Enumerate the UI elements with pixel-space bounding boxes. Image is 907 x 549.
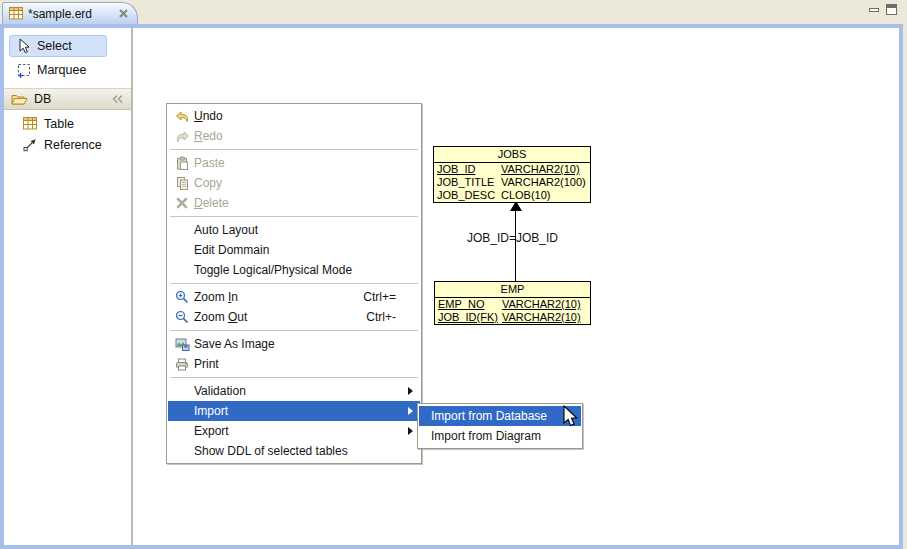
palette-tool-label: Marquee xyxy=(37,63,86,77)
menu-item-auto-layout[interactable]: Auto Layout xyxy=(168,220,420,240)
menu-item-label: Zoom In xyxy=(194,290,238,304)
menu-separator xyxy=(170,283,418,284)
menu-item-label: Redo xyxy=(194,129,223,143)
palette-item-reference[interactable]: Reference xyxy=(4,134,131,155)
palette-tool-label: Select xyxy=(37,39,72,53)
column-name: JOB_ID xyxy=(437,163,501,176)
menu-item-shortcut: Ctrl+- xyxy=(366,310,418,324)
diagram-canvas[interactable]: JOB_ID=JOB_ID JOBSJOB_IDVARCHAR2(10)JOB_… xyxy=(133,28,899,545)
erd-editor-window: *sample.erd SelectMarquee DB TableRefere… xyxy=(0,0,907,549)
undo-icon xyxy=(170,110,194,123)
submenu-arrow-icon xyxy=(408,427,413,435)
menu-item-validation[interactable]: Validation xyxy=(168,381,420,401)
palette-drawer-db[interactable]: DB xyxy=(4,88,131,110)
menu-item-shortcut: Ctrl+= xyxy=(363,290,418,304)
column-name: JOB_TITLE xyxy=(437,176,501,189)
menu-item-paste[interactable]: Paste xyxy=(168,153,420,173)
entity-column-job-desc: JOB_DESCCLOB(10) xyxy=(434,189,590,202)
column-type: VARCHAR2(10) xyxy=(502,311,581,324)
column-type: VARCHAR2(100) xyxy=(501,176,586,189)
paste-icon xyxy=(170,156,194,170)
menu-item-delete[interactable]: Delete xyxy=(168,193,420,213)
menu-item-label: Toggle Logical/Physical Mode xyxy=(194,263,352,277)
print-icon xyxy=(170,358,194,371)
menu-item-label: Save As Image xyxy=(194,337,275,351)
entity-column-emp-no: EMP_NOVARCHAR2(10) xyxy=(435,298,590,311)
palette-tool-select[interactable]: Select xyxy=(9,35,107,57)
menu-item-toggle-logical-physical-mode[interactable]: Toggle Logical/Physical Mode xyxy=(168,260,420,280)
menu-item-undo[interactable]: Undo xyxy=(168,106,420,126)
palette-item-table[interactable]: Table xyxy=(4,113,131,134)
column-type: CLOB(10) xyxy=(501,189,551,202)
select-cursor-icon xyxy=(16,38,31,54)
menu-item-label: Auto Layout xyxy=(194,223,258,237)
view-controls xyxy=(868,3,898,16)
editor-frame: SelectMarquee DB TableReference JOB_ID=J… xyxy=(0,24,903,549)
submenu-item-import-from-database[interactable]: Import from Database xyxy=(419,406,581,426)
entity-column-job-title: JOB_TITLEVARCHAR2(100) xyxy=(434,176,590,189)
editor-tab-bar: *sample.erd xyxy=(0,0,907,24)
menu-item-export[interactable]: Export xyxy=(168,421,420,441)
entity-name: JOBS xyxy=(434,147,590,163)
entity-table-jobs[interactable]: JOBSJOB_IDVARCHAR2(10)JOB_TITLEVARCHAR2(… xyxy=(433,146,591,203)
column-type: VARCHAR2(10) xyxy=(502,298,581,311)
menu-item-label: Edit Dommain xyxy=(194,243,269,257)
open-folder-icon xyxy=(11,93,28,106)
entity-name: EMP xyxy=(435,282,590,298)
menu-item-label: Delete xyxy=(194,196,229,210)
entity-column-job-id-fk: JOB_ID(FK)VARCHAR2(10) xyxy=(435,311,590,324)
relation-line[interactable] xyxy=(515,211,516,281)
menu-separator xyxy=(170,149,418,150)
collapse-palette-icon[interactable] xyxy=(111,94,124,105)
maximize-view-icon[interactable] xyxy=(885,3,898,16)
menu-item-save-as-image[interactable]: Save As Image xyxy=(168,334,420,354)
menu-item-import[interactable]: Import xyxy=(168,401,420,421)
submenu-item-label: Import from Diagram xyxy=(431,429,541,443)
menu-item-label: Copy xyxy=(194,176,222,190)
copy-icon xyxy=(170,176,194,190)
palette-drawer-items: TableReference xyxy=(4,110,131,155)
menu-item-label: Validation xyxy=(194,384,246,398)
context-menu: UndoRedoPasteCopyDeleteAuto LayoutEdit D… xyxy=(166,103,422,464)
menu-item-zoom-out[interactable]: Zoom OutCtrl+- xyxy=(168,307,420,327)
import-submenu: Import from DatabaseImport from Diagram xyxy=(417,403,583,449)
palette-item-label: Reference xyxy=(44,138,102,152)
zoom-in-icon xyxy=(170,290,194,304)
menu-item-label: Zoom Out xyxy=(194,310,247,324)
menu-item-zoom-in[interactable]: Zoom InCtrl+= xyxy=(168,287,420,307)
tab-title: *sample.erd xyxy=(28,7,92,21)
menu-separator xyxy=(170,330,418,331)
column-name: EMP_NO xyxy=(438,298,502,311)
menu-separator xyxy=(170,377,418,378)
minimize-view-icon[interactable] xyxy=(868,4,880,16)
palette-tools: SelectMarquee xyxy=(4,28,131,81)
menu-item-label: Undo xyxy=(194,109,223,123)
column-name: JOB_ID(FK) xyxy=(438,311,502,324)
menu-item-print[interactable]: Print xyxy=(168,354,420,374)
entity-table-emp[interactable]: EMPEMP_NOVARCHAR2(10)JOB_ID(FK)VARCHAR2(… xyxy=(434,281,591,325)
tool-palette: SelectMarquee DB TableReference xyxy=(4,28,133,545)
submenu-arrow-icon xyxy=(408,387,413,395)
save-image-icon xyxy=(170,338,194,351)
submenu-item-label: Import from Database xyxy=(431,409,547,423)
column-type: VARCHAR2(10) xyxy=(501,163,580,176)
redo-icon xyxy=(170,130,194,143)
menu-item-label: Paste xyxy=(194,156,225,170)
editor-tab[interactable]: *sample.erd xyxy=(2,2,138,24)
menu-item-edit-dommain[interactable]: Edit Dommain xyxy=(168,240,420,260)
palette-item-label: Table xyxy=(44,117,74,131)
marquee-icon xyxy=(16,63,31,78)
reference-icon xyxy=(23,138,37,152)
palette-tool-marquee[interactable]: Marquee xyxy=(9,59,107,81)
menu-item-label: Show DDL of selected tables xyxy=(194,444,348,458)
relation-label: JOB_ID=JOB_ID xyxy=(467,231,558,245)
menu-item-label: Print xyxy=(194,357,219,371)
column-name: JOB_DESC xyxy=(437,189,501,202)
menu-item-label: Export xyxy=(194,424,229,438)
tab-close-icon[interactable] xyxy=(118,8,129,19)
menu-item-copy[interactable]: Copy xyxy=(168,173,420,193)
zoom-out-icon xyxy=(170,310,194,324)
submenu-item-import-from-diagram[interactable]: Import from Diagram xyxy=(419,426,581,446)
menu-item-redo[interactable]: Redo xyxy=(168,126,420,146)
menu-item-show-ddl-of-selected-tables[interactable]: Show DDL of selected tables xyxy=(168,441,420,461)
